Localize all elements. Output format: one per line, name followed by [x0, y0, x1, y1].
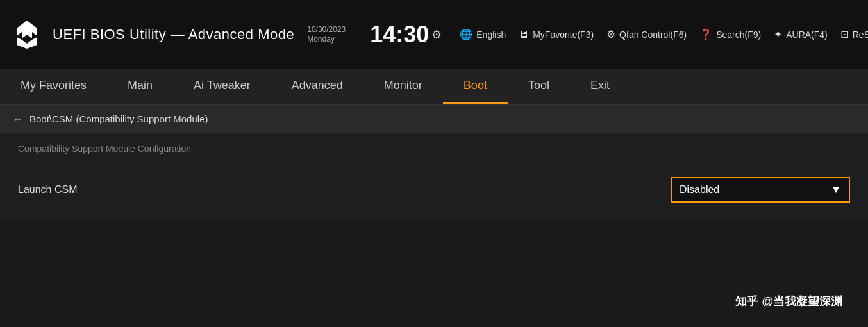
toolbar: 🌐 English 🖥 MyFavorite(F3) ⚙ Qfan Contro… — [460, 28, 868, 40]
launch-csm-label: Launch CSM — [18, 184, 78, 196]
date-line2: Monday — [307, 35, 335, 44]
dropdown-arrow-icon: ▼ — [831, 184, 841, 196]
back-arrow-icon: ← — [13, 113, 23, 125]
aura-icon: ✦ — [774, 28, 782, 40]
date-line1: 10/30/2023 — [307, 25, 346, 34]
time-settings-icon[interactable]: ⚙ — [431, 28, 442, 42]
watermark: 知乎 @当我凝望深渊 — [735, 294, 842, 309]
datetime-area: 10/30/2023 Monday — [307, 25, 365, 44]
tab-tool[interactable]: Tool — [508, 69, 570, 104]
svg-marker-0 — [17, 21, 37, 38]
bios-title: UEFI BIOS Utility — Advanced Mode — [53, 26, 294, 43]
resize-label: ReSize BAR — [853, 29, 868, 40]
svg-marker-1 — [17, 37, 37, 49]
language-icon: 🌐 — [460, 28, 472, 40]
toolbar-resize[interactable]: ⊡ ReSize BAR — [840, 28, 868, 40]
breadcrumb-path: Boot\CSM (Compatibility Support Module) — [29, 113, 208, 124]
tab-aitweaker[interactable]: Ai Tweaker — [173, 69, 271, 104]
toolbar-qfan[interactable]: ⚙ Qfan Control(F6) — [606, 28, 687, 40]
toolbar-language[interactable]: 🌐 English — [460, 28, 506, 40]
search-icon: ❓ — [699, 28, 712, 40]
tab-main[interactable]: Main — [107, 69, 173, 104]
toolbar-search[interactable]: ❓ Search(F9) — [699, 28, 761, 40]
qfan-icon: ⚙ — [606, 28, 615, 40]
tab-exit[interactable]: Exit — [570, 69, 630, 104]
breadcrumb[interactable]: ← Boot\CSM (Compatibility Support Module… — [0, 105, 868, 133]
tab-boot[interactable]: Boot — [443, 69, 508, 104]
myfavorite-label: MyFavorite(F3) — [533, 29, 594, 40]
tab-favorites[interactable]: My Favorites — [0, 69, 107, 104]
content-area: Compatibility Support Module Configurati… — [0, 133, 868, 218]
qfan-label: Qfan Control(F6) — [619, 29, 687, 40]
tab-advanced[interactable]: Advanced — [271, 69, 363, 104]
logo-area: UEFI BIOS Utility — Advanced Mode — [10, 18, 294, 51]
nav-bar: My Favorites Main Ai Tweaker Advanced Mo… — [0, 69, 868, 105]
launch-csm-value: Disabled — [680, 184, 719, 196]
aura-label: AURA(F4) — [786, 29, 828, 40]
tab-monitor[interactable]: Monitor — [363, 69, 443, 104]
search-label: Search(F9) — [716, 29, 761, 40]
time-display: 14:30 — [370, 23, 429, 46]
section-description: Compatibility Support Module Configurati… — [15, 144, 853, 154]
toolbar-myfavorite[interactable]: 🖥 MyFavorite(F3) — [519, 29, 594, 40]
myfavorite-icon: 🖥 — [519, 29, 529, 40]
language-label: English — [476, 29, 506, 40]
launch-csm-row: Launch CSM Disabled ▼ — [15, 172, 853, 208]
top-bar: UEFI BIOS Utility — Advanced Mode 10/30/… — [0, 0, 868, 69]
asus-logo-icon — [10, 18, 44, 51]
resize-icon: ⊡ — [840, 28, 849, 40]
toolbar-aura[interactable]: ✦ AURA(F4) — [774, 28, 828, 40]
time-area: 14:30 ⚙ — [370, 23, 442, 46]
launch-csm-dropdown[interactable]: Disabled ▼ — [671, 177, 850, 203]
